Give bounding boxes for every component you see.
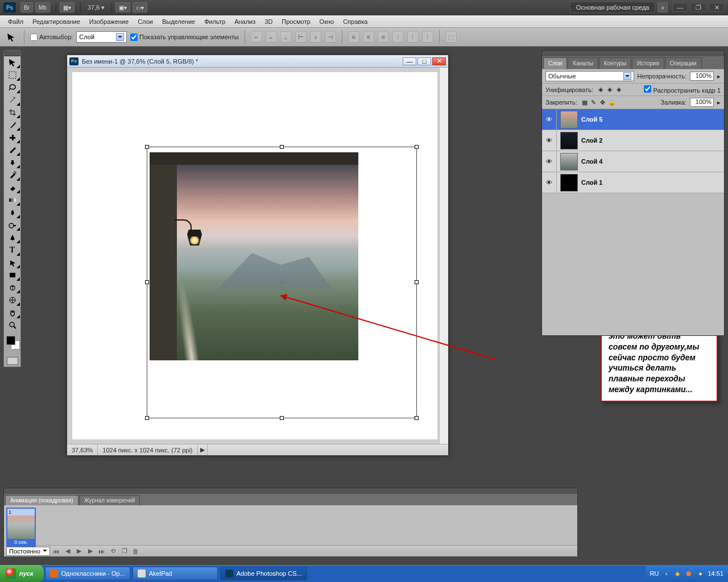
- next-frame-button[interactable]: ▶: [85, 547, 96, 556]
- status-info-menu[interactable]: ▶: [198, 444, 208, 455]
- distribute-hcenter-button[interactable]: ⋮: [407, 31, 419, 43]
- zoom-tool[interactable]: [4, 319, 20, 331]
- document-titlebar[interactable]: Ps Без имени-1 @ 37,6% (Слой 5, RGB/8) *…: [67, 55, 448, 68]
- distribute-left-button[interactable]: ⋮: [392, 31, 404, 43]
- menu-view[interactable]: Просмотр: [277, 16, 315, 27]
- visibility-toggle[interactable]: 👁: [542, 151, 557, 172]
- status-zoom[interactable]: 37,63%: [67, 444, 98, 455]
- doc-close-button[interactable]: ✕: [432, 57, 446, 65]
- tween-button[interactable]: ⟲: [108, 547, 118, 556]
- transform-handle-tr[interactable]: [415, 145, 419, 149]
- layer-row[interactable]: 👁 Слой 5: [542, 109, 724, 130]
- align-top-button[interactable]: ⫟: [251, 31, 262, 43]
- tray-icon[interactable]: ⬣: [685, 569, 693, 577]
- distribute-top-button[interactable]: ≡: [348, 31, 359, 43]
- menu-3d[interactable]: 3D: [260, 16, 277, 27]
- bridge-button[interactable]: Br: [20, 2, 33, 13]
- window-restore-button[interactable]: ❐: [690, 3, 706, 12]
- brush-tool[interactable]: [4, 144, 20, 156]
- start-button[interactable]: пуск: [0, 565, 44, 582]
- distribute-right-button[interactable]: ⋮: [422, 31, 433, 43]
- canvas[interactable]: [72, 72, 437, 439]
- layer-thumbnail[interactable]: [560, 153, 578, 171]
- eyedropper-tool[interactable]: [4, 119, 20, 131]
- document-vscrollbar[interactable]: [439, 68, 448, 444]
- tab-history[interactable]: История: [632, 57, 664, 69]
- dodge-tool[interactable]: [4, 219, 20, 231]
- blend-mode-select[interactable]: Обычные: [545, 71, 634, 81]
- menu-edit[interactable]: Редактирование: [28, 16, 85, 27]
- animation-frame[interactable]: 1 0 сек.: [6, 508, 36, 547]
- color-swatches[interactable]: [4, 335, 20, 355]
- align-vcenter-button[interactable]: ⫠: [266, 31, 277, 43]
- lasso-tool[interactable]: [4, 81, 20, 94]
- align-right-button[interactable]: ⊣: [325, 31, 336, 43]
- transform-handle-tc[interactable]: [280, 145, 284, 149]
- move-tool[interactable]: [4, 56, 20, 69]
- quick-mask-toggle[interactable]: [4, 355, 20, 367]
- lock-buttons[interactable]: ▦✎✥🔒: [581, 98, 617, 106]
- panel-grip[interactable]: [542, 51, 724, 56]
- workspace-switcher[interactable]: Основная рабочая среда: [570, 2, 656, 13]
- menu-layer[interactable]: Слои: [133, 16, 158, 27]
- loop-select[interactable]: Постоянно: [6, 547, 50, 556]
- taskbar-item[interactable]: Adobe Photoshop CS...: [220, 567, 307, 580]
- layer-name[interactable]: Слой 5: [581, 116, 602, 123]
- zoom-readout[interactable]: 37,6 ▾: [88, 4, 105, 11]
- layer-name[interactable]: Слой 4: [581, 158, 602, 165]
- play-button[interactable]: ▶: [74, 547, 84, 556]
- layer-thumbnail[interactable]: [560, 132, 578, 149]
- gradient-tool[interactable]: [4, 194, 20, 206]
- language-indicator[interactable]: RU: [650, 570, 659, 577]
- tools-panel-grip[interactable]: [4, 51, 20, 56]
- animation-panel-grip[interactable]: [4, 488, 577, 494]
- expand-panels-button[interactable]: »: [657, 2, 668, 13]
- auto-select-target[interactable]: Слой: [76, 31, 127, 43]
- pen-tool[interactable]: [4, 231, 20, 244]
- fill-input[interactable]: 100%: [690, 98, 714, 107]
- first-frame-button[interactable]: ⏮: [51, 547, 61, 556]
- menu-select[interactable]: Выделение: [158, 16, 200, 27]
- layer-thumbnail[interactable]: [560, 174, 578, 192]
- distribute-vcenter-button[interactable]: ≡: [363, 31, 374, 43]
- doc-maximize-button[interactable]: □: [417, 57, 431, 65]
- minibridge-button[interactable]: Mb: [35, 2, 50, 13]
- status-info[interactable]: 1024 пикс. x 1024 пикс. (72 ppi): [98, 444, 197, 455]
- opacity-input[interactable]: 100%: [690, 72, 714, 81]
- layer-name[interactable]: Слой 1: [581, 179, 602, 186]
- transform-center-marker[interactable]: [278, 278, 286, 286]
- blur-tool[interactable]: [4, 206, 20, 219]
- layer-name[interactable]: Слой 2: [581, 137, 602, 144]
- screen-mode-button[interactable]: ▭▾: [133, 2, 147, 13]
- magic-wand-tool[interactable]: [4, 94, 20, 106]
- tab-actions[interactable]: Операции: [665, 57, 702, 69]
- eraser-tool[interactable]: [4, 181, 20, 194]
- menu-file[interactable]: Файл: [3, 16, 28, 27]
- transform-handle-ml[interactable]: [145, 280, 149, 284]
- delete-frame-button[interactable]: 🗑: [131, 547, 141, 556]
- history-brush-tool[interactable]: [4, 169, 20, 181]
- path-select-tool[interactable]: [4, 256, 20, 269]
- menu-analysis[interactable]: Анализ: [230, 16, 260, 27]
- transform-bounding-box[interactable]: [147, 147, 417, 418]
- auto-select-checkbox[interactable]: Автовыбор:: [30, 34, 73, 41]
- layer-row[interactable]: 👁 Слой 1: [542, 172, 724, 193]
- last-frame-button[interactable]: ⏭: [97, 547, 107, 556]
- menu-help[interactable]: Справка: [338, 16, 372, 27]
- transform-handle-bc[interactable]: [280, 416, 284, 420]
- marquee-tool[interactable]: [4, 69, 20, 81]
- arrange-documents-button[interactable]: ▣▾: [115, 2, 130, 13]
- tab-animation[interactable]: Анимация (покадровая): [5, 495, 78, 505]
- menu-filter[interactable]: Фильтр: [200, 16, 230, 27]
- doc-minimize-button[interactable]: —: [403, 57, 416, 65]
- layer-row[interactable]: 👁 Слой 2: [542, 130, 724, 151]
- transform-handle-mr[interactable]: [415, 280, 419, 284]
- tab-channels[interactable]: Каналы: [568, 57, 598, 69]
- tray-icon[interactable]: ●: [696, 569, 704, 577]
- propagate-frame-checkbox[interactable]: Распространить кадр 1: [644, 85, 721, 94]
- layer-row[interactable]: 👁 Слой 4: [542, 151, 724, 172]
- show-transform-controls-checkbox[interactable]: Показать управляющие элементы: [130, 34, 239, 41]
- tray-icon[interactable]: ‹: [662, 569, 670, 577]
- frame-duration[interactable]: 0 сек.: [7, 539, 35, 546]
- prev-frame-button[interactable]: ◀: [63, 547, 73, 556]
